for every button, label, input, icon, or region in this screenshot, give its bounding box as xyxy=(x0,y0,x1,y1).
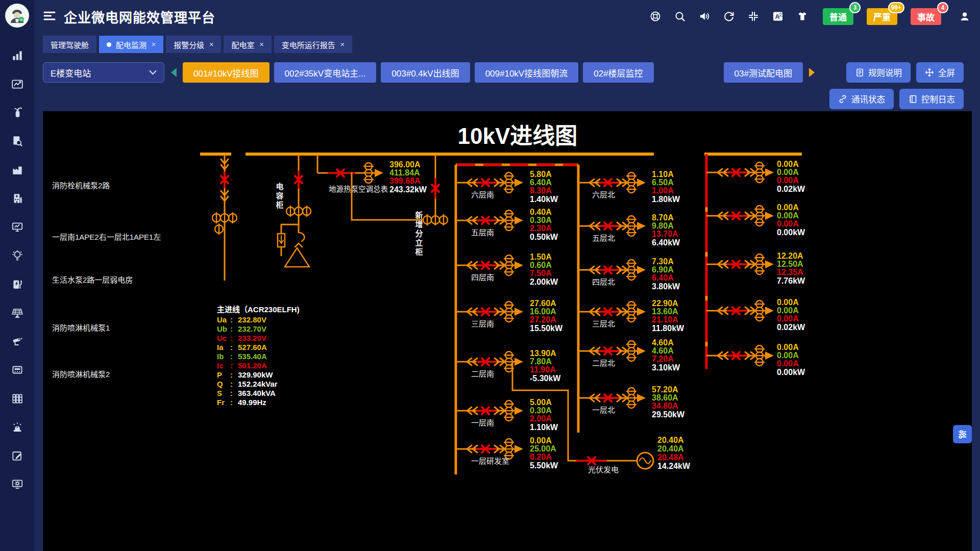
close-icon[interactable]: × xyxy=(209,40,213,48)
nav-tab[interactable]: 报警分级× xyxy=(166,36,221,53)
close-icon[interactable]: × xyxy=(152,40,156,48)
sidebar-item-factory-icon[interactable] xyxy=(11,163,24,177)
scroll-left-icon[interactable] xyxy=(170,67,177,78)
alarm-filter-serious[interactable]: 严重99+ xyxy=(867,8,897,25)
diagram-tab[interactable]: 02#楼层监控 xyxy=(583,62,653,83)
sidebar-item-system-settings-icon[interactable] xyxy=(11,478,24,491)
feeder-branch[interactable]: 0.00A0.00A0.00A0.02kW消防栓机械泵2路 xyxy=(52,160,805,193)
nav-tab[interactable]: 管理驾驶舱 xyxy=(43,36,96,53)
diagram-tab[interactable]: 002#35kV变电站主... xyxy=(274,62,377,83)
sidebar-item-solar-panel-icon[interactable] xyxy=(11,306,24,319)
sidebar-item-meter-panel-icon[interactable] xyxy=(11,363,24,377)
bar-chart-icon xyxy=(11,49,24,62)
sidebar-item-fire-extinguisher-icon[interactable] xyxy=(11,106,24,119)
diagram-tab[interactable]: 001#10kV接线图 xyxy=(183,62,270,83)
factory-icon xyxy=(11,163,24,177)
sidebar-item-monitor-chart-icon[interactable] xyxy=(11,220,24,234)
feeder-branch[interactable]: 1.50A0.60A7.50A2.00kW四层南 xyxy=(456,253,558,286)
close-icon[interactable]: × xyxy=(259,40,263,48)
svg-text:12.50A: 12.50A xyxy=(777,260,803,268)
feeder-branch[interactable]: 0.00A0.00A0.00A0.02kW消防喷淋机械泵1 xyxy=(52,298,805,332)
user-icon[interactable] xyxy=(959,10,971,22)
capacitor-cabinet[interactable]: 电容柜 xyxy=(275,154,311,267)
help-icon[interactable] xyxy=(649,10,662,22)
feeder-branch[interactable]: 0.00A25.00A0.20A5.50kW一层研发室 xyxy=(456,436,558,470)
sidebar-item-bar-chart-icon[interactable] xyxy=(11,49,24,62)
svg-text:0.00A: 0.00A xyxy=(777,343,799,352)
feeder-branch[interactable]: 5.00A0.30A2.00A1.10kW一层南 xyxy=(456,398,558,432)
svg-text:二层北: 二层北 xyxy=(592,359,615,367)
feeder-branch[interactable]: 22.90A13.60A21.10A11.80kW三层北 xyxy=(578,299,684,333)
svg-text:消防喷淋机械泵2: 消防喷淋机械泵2 xyxy=(52,370,110,379)
nav-tab-label: 配电室 xyxy=(231,39,254,50)
menu-toggle-icon[interactable] xyxy=(41,8,58,24)
svg-text:4.60A: 4.60A xyxy=(652,346,674,355)
nav-tab[interactable]: 变电所运行报告× xyxy=(274,36,352,53)
diagram-tab[interactable]: 03#测试配电图 xyxy=(724,62,803,83)
main-incoming-feeder[interactable] xyxy=(212,154,237,281)
svg-text:消防栓机械泵2路: 消防栓机械泵2路 xyxy=(52,181,110,190)
feeder-branch[interactable]: 0.40A0.30A2.30A0.50kW五层南 xyxy=(456,208,558,241)
svg-text:2.00kW: 2.00kW xyxy=(530,278,558,286)
feeder-branch[interactable]: 12.20A12.50A12.35A7.76kW生活水泵2路一层弱电房 xyxy=(52,252,805,285)
feeder-branch[interactable]: 27.60A16.00A27.20A15.50kW三层南 xyxy=(456,299,563,333)
feeder-branch[interactable]: 1.10A6.50A1.00A1.80kW六层北 xyxy=(578,170,680,204)
alarm-filter-accident[interactable]: 事故4 xyxy=(911,8,941,25)
sidebar-item-edit-icon[interactable] xyxy=(11,449,24,462)
svg-text:1.10A: 1.10A xyxy=(652,170,674,179)
sidebar-item-cctv-icon[interactable] xyxy=(11,335,24,348)
refresh-icon[interactable] xyxy=(723,10,735,22)
svg-text:一层南: 一层南 xyxy=(471,418,494,427)
svg-text::: : xyxy=(230,361,233,370)
translate-icon[interactable]: A文 xyxy=(772,10,784,22)
feeder-branch[interactable]: 13.90A7.80A11.90A-5.30kW二层南 xyxy=(456,349,561,383)
sound-icon xyxy=(698,10,710,22)
feeder-branch[interactable]: 5.80A6.40A8.30A1.40kW六层南 xyxy=(456,170,558,204)
sidebar-item-building-icon[interactable] xyxy=(11,192,24,205)
feeder-branch[interactable]: 57.20A38.60A34.80A29.50kW一层北 xyxy=(578,385,685,419)
diagram-tab[interactable]: 003#0.4kV出线图 xyxy=(381,62,470,83)
feeder-branch[interactable]: 4.60A4.60A7.20A3.10kW二层北 xyxy=(578,338,680,372)
feeder-branch[interactable]: 8.70A9.80A13.70A6.40kW五层北 xyxy=(578,213,680,247)
sidebar-item-doc-inspect-icon[interactable] xyxy=(11,135,24,148)
fire-extinguisher-icon xyxy=(11,106,24,119)
diagram-tab[interactable]: 009#10kV接线图朝流 xyxy=(475,62,579,83)
chevron-down-icon xyxy=(149,70,157,75)
sidebar-item-alarm-beacon-icon[interactable] xyxy=(11,420,24,434)
quick-settings-button[interactable] xyxy=(953,425,972,443)
theme-icon[interactable] xyxy=(796,10,808,22)
feeder-branch[interactable]: 0.00A0.00A0.00A0.00kW消防喷淋机械泵2 xyxy=(52,343,805,379)
search-icon[interactable] xyxy=(674,10,686,22)
sidebar-item-trend-chart-icon[interactable] xyxy=(11,78,24,91)
app-logo[interactable] xyxy=(5,4,29,28)
rules-button-label: 规则说明 xyxy=(868,66,902,79)
feeder-branch[interactable]: 7.30A6.90A6.40A3.80kW四层北 xyxy=(578,257,680,291)
sidebar-item-archive-icon[interactable] xyxy=(11,392,24,405)
control-log-button[interactable]: 控制日志 xyxy=(899,89,964,109)
station-selector[interactable]: E楼变电站 xyxy=(43,62,164,83)
sidebar-menu xyxy=(0,49,34,491)
bulb-icon xyxy=(11,249,24,262)
svg-text:0.00kW: 0.00kW xyxy=(777,368,805,377)
close-icon[interactable]: × xyxy=(340,40,345,48)
document-icon xyxy=(855,68,864,77)
svg-text:0.00A: 0.00A xyxy=(777,219,799,228)
source-meter-branch[interactable]: 396.00A411.84A399.68A243.32kW地源热泵空调总表 xyxy=(317,154,427,194)
alarm-filter-normal[interactable]: 普通3 xyxy=(823,8,853,25)
sidebar-item-bulb-icon[interactable] xyxy=(11,249,24,262)
nav-tab[interactable]: 配电室× xyxy=(224,36,271,53)
scroll-right-icon[interactable] xyxy=(808,67,816,78)
archive-icon xyxy=(11,392,24,405)
svg-text::: : xyxy=(230,389,233,397)
comm-status-button[interactable]: 通讯状态 xyxy=(829,89,894,109)
svg-text:15.50kW: 15.50kW xyxy=(530,324,563,333)
rules-button[interactable]: 规则说明 xyxy=(846,62,911,83)
fullscreen-button[interactable]: 全屏 xyxy=(916,62,964,83)
svg-text:12.20A: 12.20A xyxy=(777,252,803,260)
sound-icon[interactable] xyxy=(698,10,710,22)
compress-icon[interactable] xyxy=(747,10,760,22)
nav-tab[interactable]: 配电监测× xyxy=(99,36,163,53)
svg-text:三层南: 三层南 xyxy=(471,319,494,328)
svg-text::: : xyxy=(230,315,233,324)
sidebar-item-ev-charger-icon[interactable] xyxy=(11,278,24,291)
